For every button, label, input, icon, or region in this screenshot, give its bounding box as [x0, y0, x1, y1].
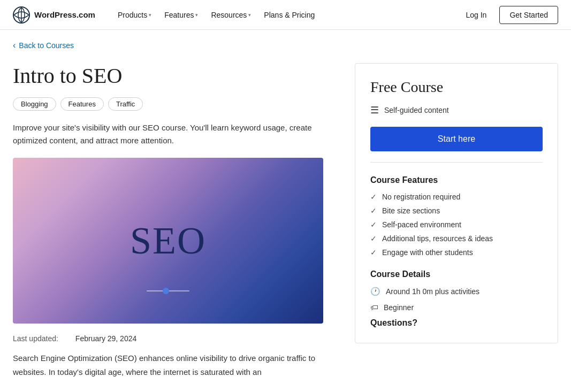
last-updated-date: February 29, 2024: [75, 334, 136, 343]
check-icon: ✓: [370, 248, 377, 257]
course-image: SEO: [13, 158, 323, 324]
feature-item-2: ✓ Self-paced environment: [370, 220, 543, 229]
course-features-section: Course Features ✓ No registration requir…: [370, 175, 543, 257]
wp-logo[interactable]: WordPress.com: [13, 6, 95, 24]
free-course-title: Free Course: [370, 79, 543, 96]
features-title: Course Features: [370, 175, 543, 185]
slider-track: [147, 290, 189, 291]
login-button[interactable]: Log In: [459, 7, 493, 22]
nav-resources[interactable]: Resources ▾: [205, 7, 256, 22]
self-guided-icon: ☰: [370, 104, 379, 116]
card-divider: [370, 162, 543, 163]
feature-item-3: ✓ Additional tips, resources & ideas: [370, 234, 543, 243]
feature-item-0: ✓ No registration required: [370, 193, 543, 201]
tag-traffic[interactable]: Traffic: [108, 97, 143, 111]
details-title: Course Details: [370, 270, 543, 279]
course-title: Intro to SEO: [13, 63, 333, 89]
nav-features[interactable]: Features ▾: [159, 7, 203, 22]
course-description: Improve your site's visibility with our …: [13, 121, 333, 147]
chevron-down-icon: ▾: [248, 12, 251, 18]
content-grid: Intro to SEO Blogging Features Traffic I…: [13, 63, 558, 379]
body-text: Search Engine Optimization (SEO) enhance…: [13, 351, 333, 379]
nav-products[interactable]: Products ▾: [112, 7, 157, 22]
questions-title: Questions?: [370, 318, 543, 328]
feature-item-4: ✓ Engage with other students: [370, 248, 543, 257]
check-icon: ✓: [370, 234, 377, 243]
wordpress-icon: [13, 6, 30, 24]
self-guided-label: Self-guided content: [384, 106, 449, 114]
detail-duration: 🕐 Around 1h 0m plus activities: [370, 287, 543, 296]
image-slider: [147, 290, 189, 291]
detail-level: 🏷 Beginner: [370, 303, 543, 312]
clock-icon: 🕐: [370, 287, 380, 296]
check-icon: ✓: [370, 193, 377, 201]
tag-blogging[interactable]: Blogging: [13, 97, 56, 111]
last-updated-row: Last updated: February 29, 2024: [13, 334, 333, 343]
tag-features[interactable]: Features: [60, 97, 104, 111]
main-nav: WordPress.com Products ▾ Features ▾ Reso…: [0, 0, 571, 30]
course-details-section: Course Details 🕐 Around 1h 0m plus activ…: [370, 270, 543, 312]
last-updated-label: Last updated:: [13, 334, 58, 343]
course-card: Free Course ☰ Self-guided content Start …: [355, 63, 558, 343]
nav-plans-pricing[interactable]: Plans & Pricing: [258, 7, 320, 22]
logo-text: WordPress.com: [34, 10, 95, 19]
slider-handle: [163, 288, 169, 294]
chevron-down-icon: ▾: [195, 12, 198, 18]
start-here-button[interactable]: Start here: [370, 127, 543, 151]
back-to-courses-link[interactable]: ‹ Back to Courses: [13, 41, 74, 50]
check-icon: ✓: [370, 206, 377, 215]
self-guided-row: ☰ Self-guided content: [370, 104, 543, 116]
tag-list: Blogging Features Traffic: [13, 97, 333, 111]
tag-icon: 🏷: [370, 303, 378, 312]
nav-links: Products ▾ Features ▾ Resources ▾ Plans …: [112, 7, 320, 22]
chevron-left-icon: ‹: [13, 41, 16, 50]
get-started-button[interactable]: Get Started: [499, 6, 558, 24]
left-column: Intro to SEO Blogging Features Traffic I…: [13, 63, 333, 379]
chevron-down-icon: ▾: [149, 12, 151, 18]
check-icon: ✓: [370, 220, 377, 229]
seo-image-text: SEO: [130, 219, 206, 263]
feature-item-1: ✓ Bite size sections: [370, 206, 543, 215]
page-container: ‹ Back to Courses Intro to SEO Blogging …: [0, 30, 571, 379]
